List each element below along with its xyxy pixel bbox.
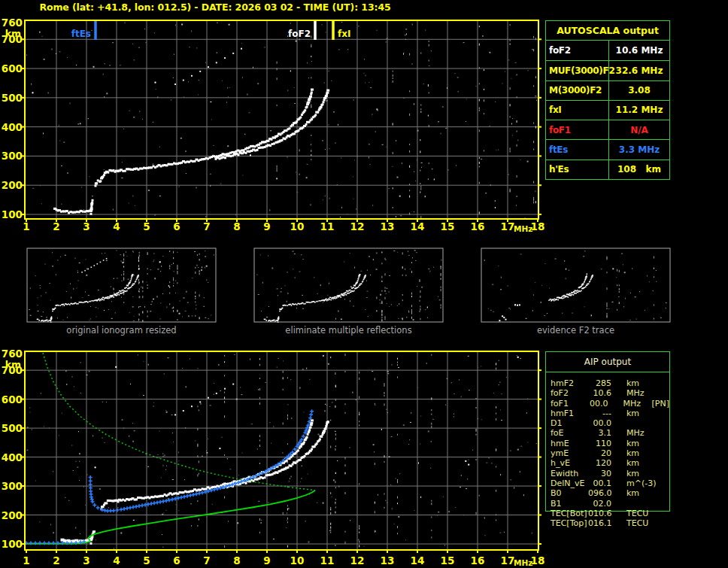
svg-text:400: 400 <box>2 451 23 463</box>
svg-text:10: 10 <box>290 554 305 566</box>
svg-text:8: 8 <box>233 554 240 566</box>
svg-text:9: 9 <box>263 220 270 232</box>
svg-text:760: 760 <box>2 17 23 29</box>
thumbnail-caption-eliminate: eliminate multiple reflections <box>254 325 443 336</box>
svg-text:600: 600 <box>2 393 23 405</box>
parameter-value: 32.6 MHz <box>609 65 669 76</box>
parameter-label: foF1 <box>551 399 586 409</box>
residual-trace-dots <box>499 304 520 321</box>
autoscala-row-foF2: foF210.6 MHz <box>546 41 669 60</box>
fitted-F-trace <box>89 409 314 512</box>
svg-text:14: 14 <box>411 554 425 566</box>
svg-text:13: 13 <box>381 554 395 566</box>
svg-text:1: 1 <box>23 220 29 232</box>
parameter-unit: TECU <box>626 518 649 528</box>
aip-table-title: AIP output <box>546 352 669 372</box>
parameter-value: 010.6 <box>588 509 611 518</box>
parameter-unit: km <box>626 469 649 478</box>
parameter-label: Ewidth <box>551 469 588 478</box>
svg-text:11: 11 <box>320 220 335 232</box>
aip-row-h_vE: h_vE120km <box>546 458 669 468</box>
svg-text:4: 4 <box>113 220 120 232</box>
parameter-value: 11.2 MHz <box>609 105 669 115</box>
autoscala-output-table: AUTOSCALA output foF210.6 MHzMUF(3000)F2… <box>545 20 670 180</box>
autoscala-row-h'Es: h'Es108 km <box>546 159 669 179</box>
svg-text:600: 600 <box>2 62 23 74</box>
parameter-value: 02.0 <box>588 499 611 509</box>
svg-text:200: 200 <box>2 179 23 191</box>
thumbnail-border <box>481 248 670 322</box>
parameter-label: fxI <box>546 101 609 120</box>
svg-text:13: 13 <box>381 220 395 232</box>
plot-border <box>25 20 538 219</box>
autoscala-screen: { "title": "Rome (lat: +41.8, lon: 012.5… <box>0 0 728 568</box>
svg-text:3: 3 <box>83 220 89 232</box>
thumbnail-eliminate-reflections <box>254 248 443 323</box>
aip-row-foF2: foF210.6MHz <box>546 388 669 398</box>
parameter-label: B1 <box>551 499 588 509</box>
parameter-value: 3.1 <box>588 428 611 438</box>
axis-ticks <box>22 370 541 553</box>
aip-output-table: AIP output hmF2285kmfoF210.6MHzfoF100.0M… <box>545 351 670 512</box>
aip-row-D1: D100.0 <box>546 418 669 428</box>
svg-text:9: 9 <box>263 554 270 566</box>
parameter-label: MUF(3000)F2 <box>546 61 609 80</box>
parameter-unit <box>626 418 649 428</box>
svg-text:MHz: MHz <box>514 224 532 233</box>
axis-ticks <box>22 39 541 222</box>
parameter-label: hmF2 <box>551 378 588 388</box>
aip-row-DelN_vE: DelN_vE00.1m^(-3) <box>546 478 669 488</box>
svg-text:700: 700 <box>2 364 23 376</box>
aip-row-B0: B0096.0km <box>546 488 669 498</box>
parameter-label: TEC[Top] <box>551 518 588 528</box>
parameter-unit: km <box>626 409 649 418</box>
second-hop-echo <box>81 258 107 273</box>
parameter-value: 00.0 <box>586 399 608 409</box>
autoscala-table-rows: foF210.6 MHzMUF(3000)F232.6 MHzM(3000)F2… <box>546 41 669 179</box>
svg-text:6: 6 <box>173 554 180 566</box>
parameter-label: h_vE <box>551 458 588 468</box>
svg-text:500: 500 <box>2 422 23 434</box>
svg-text:300: 300 <box>2 150 23 162</box>
second-hop-echo <box>174 48 242 85</box>
svg-text:200: 200 <box>2 509 23 521</box>
aip-row-hmF2: hmF2285km <box>546 378 669 388</box>
noise-speckle <box>484 251 667 320</box>
svg-text:12: 12 <box>350 554 365 566</box>
svg-text:16: 16 <box>471 220 485 232</box>
aip-row-foE: foE3.1MHz <box>546 428 669 438</box>
parameter-value: 20 <box>588 448 611 458</box>
svg-text:1: 1 <box>23 554 29 566</box>
O-mode-trace <box>95 89 314 187</box>
parameter-value: 00.0 <box>588 418 611 428</box>
svg-text:700: 700 <box>2 33 23 45</box>
parameter-label: D1 <box>551 418 588 428</box>
svg-text:3: 3 <box>83 554 89 566</box>
svg-text:760: 760 <box>2 348 23 360</box>
svg-text:500: 500 <box>2 92 23 104</box>
grid-lines <box>25 20 538 219</box>
svg-text:15: 15 <box>441 220 455 232</box>
parameter-value: 10.6 <box>588 388 611 398</box>
svg-text:6: 6 <box>173 220 180 232</box>
parameter-value: 30 <box>588 469 611 478</box>
parameter-label: foF1 <box>546 120 609 139</box>
svg-text:2: 2 <box>53 554 59 566</box>
aip-row-TEC[Bot]: TEC[Bot]010.6TECU <box>546 509 669 518</box>
aip-row-foF1: foF100.0MHz[PN] <box>546 399 669 409</box>
parameter-value: 10.6 MHz <box>609 45 669 56</box>
parameter-unit: MHz <box>626 388 649 398</box>
svg-text:11: 11 <box>320 554 335 566</box>
svg-text:12: 12 <box>350 220 365 232</box>
title-bar: Rome (lat: +41.8, lon: 012.5) - DATE: 20… <box>0 2 430 13</box>
svg-text:15: 15 <box>441 554 455 566</box>
aip-row-B1: B102.0 <box>546 499 669 509</box>
parameter-unit: MHz <box>623 399 646 409</box>
thumbnail-border <box>254 248 443 322</box>
svg-text:400: 400 <box>2 121 23 133</box>
aip-row-TEC[Top]: TEC[Top]016.1TECU <box>546 518 669 528</box>
thumbnail-caption-original: original ionogram resized <box>27 325 216 336</box>
svg-text:16: 16 <box>471 554 485 566</box>
parameter-value: 3.3 MHz <box>609 144 669 155</box>
noise-speckle <box>29 251 214 323</box>
